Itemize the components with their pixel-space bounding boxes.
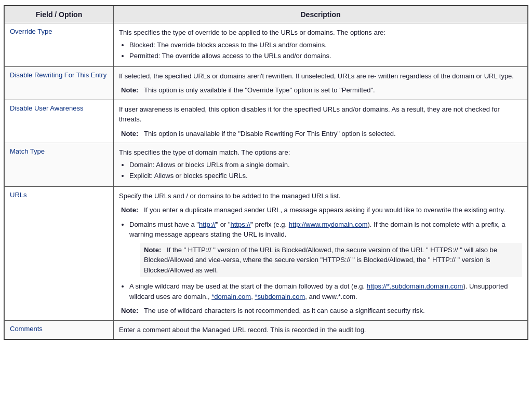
https-link[interactable]: https:// — [231, 221, 251, 228]
note-label: Note: — [121, 206, 144, 214]
list-item: A single wildcard may be used at the sta… — [129, 281, 522, 302]
bullet-text: Blocked: The override blocks access to t… — [129, 41, 327, 49]
table-row: Comments Enter a comment about the Manag… — [5, 320, 528, 339]
bullets-list: Domains must have a "http://" or "https:… — [129, 220, 522, 302]
description-intro: This specifies the type of override to b… — [119, 29, 385, 36]
description-cell: Specify the URLs and / or domains to be … — [114, 186, 528, 320]
field-name-cell: URLs — [5, 186, 114, 320]
list-item: Blocked: The override blocks access to t… — [129, 40, 522, 50]
list-item: Explicit: Allows or blocks specific URLs… — [129, 171, 522, 181]
field-name-cell: Comments — [5, 320, 114, 339]
note-label: Note: — [121, 130, 144, 138]
list-item: Domain: Allows or blocks URLs from a sin… — [129, 160, 522, 170]
note-label-2: Note: — [121, 307, 144, 314]
inner-note: Note: If the " HTTP:// " version of the … — [140, 243, 522, 278]
bullet-text: Domain: Allows or blocks URLs from a sin… — [129, 161, 290, 169]
bullet-text: Permitted: The override allows access to… — [129, 52, 331, 60]
inner-note-label: Note: — [144, 246, 167, 254]
description-intro: Specify the URLs and / or domains to be … — [119, 192, 340, 200]
header-description-label: Description — [300, 10, 340, 19]
list-item: Permitted: The override allows access to… — [129, 51, 522, 61]
note-block-2: Note: The use of wildcard characters is … — [121, 306, 522, 316]
wildcard-link[interactable]: https://*.subdomain.domain.com — [367, 282, 463, 290]
description-cell: This specifies the type of domain match.… — [114, 143, 528, 187]
note-text-2: The use of wildcard characters is not re… — [144, 307, 424, 314]
note-block: Note: This option is unavailable if the … — [121, 129, 522, 139]
table-row: Override Type This specifies the type of… — [5, 23, 528, 67]
list-item: Domains must have a "http://" or "https:… — [129, 220, 522, 278]
note-text: This option is only available if the "Ov… — [144, 86, 375, 94]
field-name-cell: Match Type — [5, 143, 114, 187]
table-row: Disable User Awareness If user awareness… — [5, 100, 528, 143]
header-field-label: Field / Option — [36, 10, 82, 19]
field-name: Comments — [10, 325, 43, 333]
bullets-list: Domain: Allows or blocks URLs from a sin… — [129, 160, 522, 181]
field-name: Disable Rewriting For This Entry — [10, 71, 107, 79]
description-intro: Enter a comment about the Managed URL re… — [119, 326, 366, 334]
field-name-cell: Override Type — [5, 23, 114, 67]
field-name: URLs — [10, 191, 27, 199]
field-name: Override Type — [10, 28, 52, 35]
header-description: Description — [114, 6, 528, 23]
wildcard-domain-link[interactable]: *domain.com — [211, 293, 251, 300]
bullets-list: Blocked: The override blocks access to t… — [129, 40, 522, 61]
inner-note-text: If the " HTTP:// " version of the URL is… — [144, 246, 497, 274]
field-name-cell: Disable Rewriting For This Entry — [5, 66, 114, 100]
bullet-text: Explicit: Allows or blocks specific URLs… — [129, 172, 248, 180]
field-name: Match Type — [10, 147, 45, 155]
note-block-1: Note: If you enter a duplicate managed s… — [121, 205, 522, 215]
field-name-cell: Disable User Awareness — [5, 100, 114, 143]
note-block: Note: This option is only available if t… — [121, 85, 522, 95]
note-text: If you enter a duplicate managed sender … — [144, 206, 506, 214]
table-row: URLs Specify the URLs and / or domains t… — [5, 186, 528, 320]
wildcard-subdomain-link[interactable]: *subdomain.com — [255, 293, 305, 300]
description-cell: If user awareness is enabled, this optio… — [114, 100, 528, 143]
note-text: This option is unavailable if the "Disab… — [144, 130, 395, 138]
description-intro: If user awareness is enabled, this optio… — [119, 105, 500, 124]
note-label: Note: — [121, 86, 144, 94]
description-intro: This specifies the type of domain match.… — [119, 148, 290, 156]
field-name: Disable User Awareness — [10, 104, 83, 112]
description-cell: If selected, the specified URLs or domai… — [114, 66, 528, 100]
http-link[interactable]: http:// — [199, 221, 216, 228]
main-table-container: Field / Option Description Override Type… — [4, 5, 528, 340]
description-cell: This specifies the type of override to b… — [114, 23, 528, 67]
example-link[interactable]: http://www.mydomain.com — [289, 221, 368, 228]
table-row: Match Type This specifies the type of do… — [5, 143, 528, 187]
header-field: Field / Option — [5, 6, 114, 23]
table-row: Disable Rewriting For This Entry If sele… — [5, 66, 528, 100]
description-intro: If selected, the specified URLs or domai… — [119, 72, 514, 80]
description-cell: Enter a comment about the Managed URL re… — [114, 320, 528, 339]
fields-table: Field / Option Description Override Type… — [4, 6, 528, 339]
